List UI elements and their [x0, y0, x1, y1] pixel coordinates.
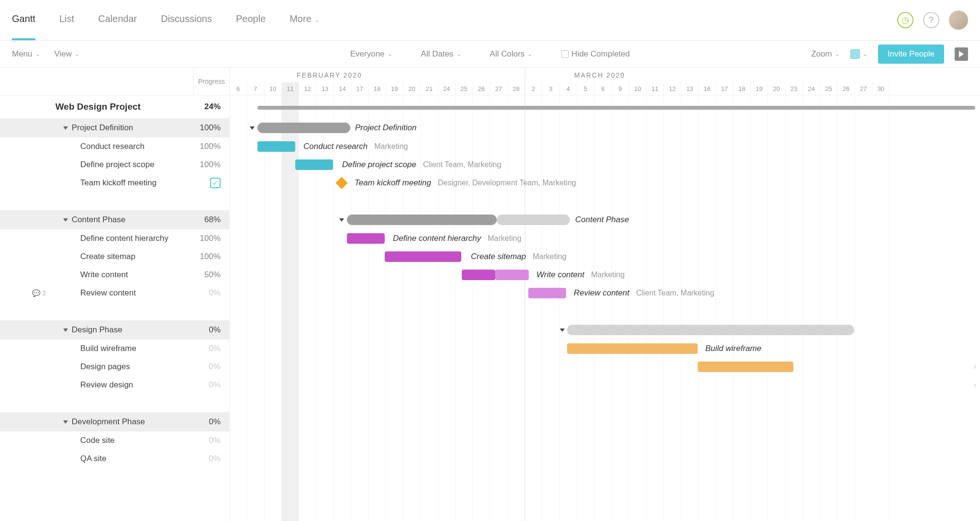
day-cell: 17	[716, 82, 733, 95]
day-cell: 12	[664, 82, 681, 95]
project-row[interactable]: Web Design Project 24%	[0, 95, 229, 118]
invite-people-button[interactable]: Invite People	[878, 45, 944, 64]
milestone-icon[interactable]	[335, 177, 347, 189]
task-row[interactable]: Define project scope100%	[0, 156, 229, 174]
checkbox-icon	[561, 50, 568, 58]
top-nav: Gantt List Calendar Discussions People M…	[0, 0, 980, 41]
day-cell: 12	[299, 82, 316, 95]
day-header: 6710111213141718192021242526272823456910…	[230, 82, 980, 95]
toolbar: Menu⌄ View⌄ Everyone⌄ All Dates⌄ All Col…	[0, 41, 980, 68]
day-cell: 13	[316, 82, 334, 95]
task-row[interactable]: QA site0%	[0, 450, 229, 468]
day-cell: 19	[751, 82, 768, 95]
collapse-icon[interactable]	[560, 328, 565, 332]
menu-dropdown[interactable]: Menu⌄	[12, 49, 40, 59]
avatar[interactable]	[949, 11, 968, 30]
color-picker[interactable]: ⌄	[850, 49, 868, 59]
task-bar[interactable]	[295, 159, 333, 170]
day-cell: 11	[282, 82, 299, 95]
arrow-right-icon: ›	[974, 362, 976, 371]
day-cell: 13	[681, 82, 699, 95]
group-bar[interactable]	[257, 123, 350, 133]
day-cell: 21	[421, 82, 438, 95]
day-cell: 23	[786, 82, 803, 95]
day-cell: 10	[629, 82, 646, 95]
gantt-chart[interactable]: FEBRUARY 2020 MARCH 2020 671011121314171…	[230, 68, 980, 521]
collapse-icon	[63, 328, 68, 332]
day-cell: 20	[403, 82, 421, 95]
day-cell: 10	[265, 82, 282, 95]
group-row-design-phase[interactable]: Design Phase 0%	[0, 320, 229, 340]
filter-colors[interactable]: All Colors⌄	[490, 49, 533, 59]
day-cell: 28	[508, 82, 525, 95]
task-bar[interactable]	[385, 251, 461, 262]
group-row-project-definition[interactable]: Project Definition 100%	[0, 118, 229, 137]
view-dropdown[interactable]: View⌄	[55, 49, 80, 59]
help-icon[interactable]: ?	[923, 12, 939, 28]
filter-dates[interactable]: All Dates⌄	[421, 49, 461, 59]
chevron-down-icon: ⌄	[527, 51, 532, 57]
group-bar[interactable]	[567, 325, 854, 335]
task-bar-remaining[interactable]	[495, 270, 529, 280]
day-cell: 30	[872, 82, 890, 95]
group-row-development-phase[interactable]: Development Phase 0%	[0, 412, 229, 431]
collapse-icon	[63, 126, 68, 130]
chevron-down-icon: ⌄	[35, 51, 40, 57]
task-row[interactable]: Define content hierarchy100%	[0, 229, 229, 248]
day-cell: 18	[734, 82, 751, 95]
tab-people[interactable]: People	[236, 13, 266, 27]
hide-completed-toggle[interactable]: Hide Completed	[561, 49, 630, 59]
day-cell: 4	[560, 82, 577, 95]
task-bar[interactable]	[528, 288, 566, 298]
clock-icon[interactable]: ◷	[897, 12, 913, 28]
day-cell: 25	[456, 82, 473, 95]
filter-everyone[interactable]: Everyone⌄	[350, 49, 392, 59]
chevron-down-icon: ⌄	[863, 51, 868, 57]
task-row[interactable]: Create sitemap100%	[0, 248, 229, 266]
day-cell: 24	[438, 82, 456, 95]
progress-header: Progress	[194, 68, 229, 95]
day-cell: 20	[768, 82, 785, 95]
group-bar[interactable]	[347, 215, 497, 225]
day-cell: 19	[386, 82, 403, 95]
month-label-mar: MARCH 2020	[574, 71, 625, 79]
task-row[interactable]: Conduct research100%	[0, 137, 229, 156]
task-bar[interactable]	[347, 233, 385, 244]
tab-gantt[interactable]: Gantt	[12, 13, 35, 27]
tab-discussions[interactable]: Discussions	[161, 13, 212, 27]
task-bar[interactable]	[567, 343, 698, 354]
task-bar[interactable]	[257, 141, 295, 152]
tab-list[interactable]: List	[59, 13, 74, 27]
collapse-icon[interactable]	[250, 126, 255, 130]
comment-icon[interactable]: 💬3	[32, 289, 46, 297]
task-bar[interactable]	[698, 362, 793, 372]
day-cell: 26	[473, 82, 490, 95]
task-row[interactable]: Build wireframe0%	[0, 340, 229, 358]
zoom-dropdown[interactable]: Zoom⌄	[811, 49, 839, 59]
chevron-down-icon: ⌄	[457, 51, 461, 57]
project-summary-bar[interactable]	[257, 106, 975, 110]
group-bar-remaining[interactable]	[497, 215, 570, 225]
gantt-bars: Project Definition Conduct researchMarke…	[230, 95, 980, 468]
collapse-icon[interactable]	[339, 218, 344, 222]
task-row[interactable]: Team kickoff meeting✓	[0, 174, 229, 192]
collapse-icon	[63, 420, 68, 424]
task-row[interactable]: 💬3Review content0%	[0, 284, 229, 302]
task-sidebar: Progress Web Design Project 24% Project …	[0, 68, 230, 521]
chevron-down-icon: ⌄	[388, 51, 392, 57]
task-row[interactable]: Design pages0%	[0, 358, 229, 376]
task-bar[interactable]	[462, 270, 495, 280]
tab-more[interactable]: More⌄	[290, 13, 320, 27]
group-row-content-phase[interactable]: Content Phase 68%	[0, 210, 229, 229]
day-cell: 6	[594, 82, 612, 95]
day-cell: 9	[612, 82, 629, 95]
present-icon[interactable]	[955, 47, 968, 61]
task-row[interactable]: Code site0%	[0, 431, 229, 450]
month-header: FEBRUARY 2020 MARCH 2020	[230, 68, 980, 82]
task-row[interactable]: Review design0%	[0, 376, 229, 394]
tab-calendar[interactable]: Calendar	[98, 13, 137, 27]
day-cell: 14	[334, 82, 351, 95]
day-cell: 11	[646, 82, 664, 95]
task-row[interactable]: Write content50%	[0, 266, 229, 284]
day-cell: 5	[577, 82, 594, 95]
